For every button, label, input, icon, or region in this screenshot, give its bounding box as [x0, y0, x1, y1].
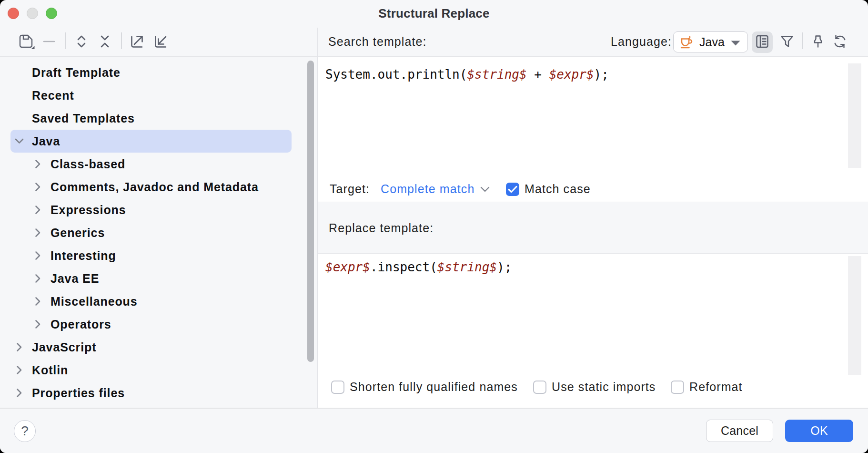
- existing-templates-toggle-button[interactable]: [752, 31, 773, 53]
- tree-item-comments-javadoc-and-metadata[interactable]: Comments, Javadoc and Metadata: [0, 175, 317, 198]
- chevron-down-icon[interactable]: [15, 138, 24, 144]
- tree-item-label: Java EE: [50, 272, 99, 286]
- tree-scrollbar[interactable]: [307, 61, 314, 362]
- refresh-icon: [832, 34, 848, 51]
- ok-button[interactable]: OK: [785, 420, 853, 442]
- tree-item-draft-template[interactable]: Draft Template: [0, 61, 317, 84]
- chevron-right-icon[interactable]: [34, 160, 41, 169]
- option-label: Reformat: [689, 380, 743, 394]
- tree-item-kotlin[interactable]: Kotlin: [0, 359, 317, 381]
- minus-icon: [41, 34, 57, 51]
- tree-item-javascript[interactable]: JavaScript: [0, 336, 317, 359]
- java-icon: [679, 34, 695, 50]
- tree-item-properties-files[interactable]: Properties files: [0, 381, 317, 404]
- tree-item-label: Draft Template: [32, 66, 121, 80]
- tree-item-label: Recent: [32, 89, 74, 103]
- import-icon: [153, 34, 169, 51]
- checkbox[interactable]: [533, 381, 546, 394]
- checkbox[interactable]: [331, 381, 344, 394]
- replace-template-band: Replace template:: [318, 202, 868, 253]
- chevron-right-icon[interactable]: [16, 343, 22, 352]
- export-icon: [130, 34, 145, 51]
- replace-editor-scrollbar[interactable]: [848, 256, 861, 375]
- dialog-title: Structural Replace: [0, 6, 868, 21]
- pin-dialog-button[interactable]: [807, 31, 828, 53]
- title-bar: Structural Replace: [0, 0, 868, 27]
- reference-book-icon: [755, 34, 769, 50]
- language-label: Language:: [611, 35, 672, 49]
- tree-item-interesting[interactable]: Interesting: [0, 244, 317, 267]
- language-dropdown[interactable]: Java: [673, 31, 748, 52]
- import-templates-button[interactable]: [153, 34, 169, 50]
- chevron-right-icon[interactable]: [34, 183, 41, 192]
- pin-icon: [811, 34, 825, 50]
- target-chevron-icon: [480, 186, 490, 192]
- chevron-right-icon[interactable]: [34, 228, 41, 237]
- code-text: System.out.println(: [325, 67, 467, 82]
- save-icon: [18, 33, 35, 51]
- tree-item-label: Kotlin: [32, 363, 68, 377]
- help-button[interactable]: ?: [14, 420, 36, 442]
- tree-item-operators[interactable]: Operators: [0, 313, 317, 336]
- tree-item-label: Comments, Javadoc and Metadata: [50, 180, 259, 194]
- reset-button[interactable]: [829, 31, 850, 53]
- tree-item-class-based[interactable]: Class-based: [0, 153, 317, 175]
- chevron-right-icon[interactable]: [34, 297, 41, 306]
- expand-all-button[interactable]: [74, 34, 89, 50]
- code-text: );: [497, 260, 512, 274]
- tree-item-saved-templates[interactable]: Saved Templates: [0, 107, 317, 130]
- tree-item-java-ee[interactable]: Java EE: [0, 267, 317, 290]
- templates-tree: Draft TemplateRecentSaved TemplatesJavaC…: [0, 57, 317, 408]
- filter-button[interactable]: [777, 31, 797, 53]
- template-variable: $string$: [437, 260, 497, 274]
- template-variable: $string$: [467, 67, 526, 82]
- export-templates-button[interactable]: [130, 34, 145, 50]
- chevron-right-icon[interactable]: [34, 274, 41, 283]
- cancel-button[interactable]: Cancel: [706, 420, 773, 442]
- tree-item-label: Properties files: [32, 386, 125, 400]
- dropdown-arrow-icon: [730, 40, 741, 48]
- help-question-icon: ?: [21, 423, 29, 439]
- target-label: Target:: [330, 182, 370, 196]
- checkbox[interactable]: [671, 381, 684, 394]
- toolbar-separator-2: [121, 32, 122, 49]
- tree-item-label: JavaScript: [32, 340, 96, 354]
- chevron-right-icon[interactable]: [34, 251, 41, 260]
- match-case-checkbox[interactable]: [506, 183, 519, 196]
- chevron-right-icon[interactable]: [16, 366, 22, 375]
- option-label: Use static imports: [552, 380, 656, 394]
- collapse-all-button[interactable]: [97, 34, 112, 50]
- search-template-code[interactable]: System.out.println($string$ + $expr$);: [325, 67, 609, 82]
- match-case-option[interactable]: Match case: [506, 182, 591, 196]
- tree-item-expressions[interactable]: Expressions: [0, 198, 317, 221]
- tree-item-recent[interactable]: Recent: [0, 84, 317, 107]
- chevron-right-icon[interactable]: [34, 320, 41, 329]
- tree-item-label: Class-based: [50, 157, 125, 171]
- search-editor-scrollbar[interactable]: [848, 63, 861, 168]
- chevron-right-icon[interactable]: [34, 206, 41, 215]
- chevron-right-icon[interactable]: [16, 389, 22, 398]
- language-value: Java: [699, 35, 725, 49]
- tree-item-java[interactable]: Java: [0, 130, 317, 153]
- filter-icon: [780, 34, 794, 50]
- option-use-static-imports[interactable]: Use static imports: [533, 380, 656, 394]
- collapse-all-icon: [98, 34, 112, 51]
- remove-template-button[interactable]: [41, 34, 57, 50]
- tree-item-label: Expressions: [50, 203, 126, 217]
- target-dropdown[interactable]: Complete match: [381, 182, 490, 196]
- structural-replace-dialog: Structural Replace: [0, 0, 868, 453]
- option-shorten-fully-qualified-names[interactable]: Shorten fully qualified names: [331, 380, 518, 394]
- code-text: .inspect(: [370, 260, 437, 274]
- save-template-button[interactable]: [19, 34, 34, 50]
- tree-item-miscellaneous[interactable]: Miscellaneous: [0, 290, 317, 313]
- toolbar-separator-1: [65, 32, 66, 49]
- replace-template-code[interactable]: $expr$.inspect($string$);: [325, 260, 512, 274]
- tree-item-label: Generics: [50, 226, 105, 240]
- option-reformat[interactable]: Reformat: [671, 380, 743, 394]
- code-text: +: [527, 67, 549, 82]
- template-variable: $expr$: [549, 67, 594, 82]
- option-label: Shorten fully qualified names: [350, 380, 518, 394]
- search-template-label: Search template:: [328, 35, 427, 49]
- tree-item-generics[interactable]: Generics: [0, 221, 317, 244]
- expand-all-icon: [74, 34, 89, 51]
